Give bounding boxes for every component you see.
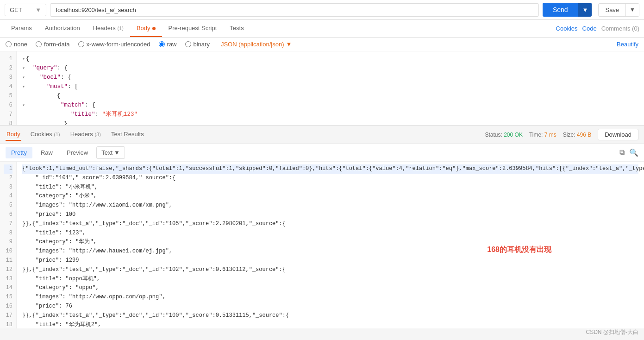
table-row: "title": "oppo耳机", (22, 275, 638, 284)
text-label: Text (101, 149, 113, 156)
method-dropdown-arrow: ▼ (35, 6, 41, 13)
method-select[interactable]: GET ▼ (5, 4, 46, 16)
resp-tab-body[interactable]: Body (6, 128, 21, 141)
size-value: 496 B (577, 132, 591, 138)
option-none[interactable]: none (6, 41, 27, 48)
tab-authorization[interactable]: Authorization (38, 20, 87, 37)
table-row: }},{"_index":"test_a","_type":"_doc","_i… (22, 311, 638, 321)
save-button-group: Save ▼ (598, 3, 639, 17)
radio-form-data[interactable] (36, 41, 42, 47)
status-info: Status: 200 OK Time: 7 ms Size: 496 B Do… (485, 129, 639, 140)
table-row: "title": "华为耳机2", (22, 321, 638, 328)
response-json-wrapper: 1 23456 7891011 1213141516 171819202122 … (0, 162, 644, 328)
resp-format-raw[interactable]: Raw (35, 147, 58, 158)
table-row: "images": "http://www.oppo.com/op.png", (22, 293, 638, 302)
method-label: GET (10, 6, 22, 13)
text-dropdown-arrow: ▼ (114, 149, 120, 156)
option-raw[interactable]: raw (159, 41, 177, 48)
resp-format-pretty[interactable]: Pretty (6, 147, 32, 158)
status-label: Status: 200 OK (485, 132, 523, 138)
tab-pre-request-script[interactable]: Pre-request Script (162, 20, 224, 37)
top-bar: GET ▼ Send ▼ Save ▼ (0, 0, 644, 20)
tab-code[interactable]: Code (582, 25, 597, 32)
resp-format-text[interactable]: Text ▼ (96, 146, 125, 159)
table-row: "price": 1299 (22, 256, 638, 265)
table-row: "price": 100 (22, 210, 638, 220)
tab-headers[interactable]: Headers (1) (87, 20, 130, 37)
request-code-editor[interactable]: 12345 67891011 ▾{ ▾ "query": { ▾ "bool":… (0, 51, 644, 126)
response-bar: Body Cookies (1) Headers (3) Test Result… (0, 126, 644, 144)
body-options: none form-data x-www-form-urlencoded raw… (0, 38, 644, 51)
tab-cookies[interactable]: Cookies (556, 25, 578, 32)
tab-comments[interactable]: Comments (0) (601, 25, 639, 32)
json-format-selector[interactable]: JSON (application/json) ▼ (221, 41, 292, 48)
table-row: "category": "oppo", (22, 283, 638, 293)
save-dropdown-button[interactable]: ▼ (625, 4, 639, 16)
size-label: Size: 496 B (563, 132, 591, 138)
send-button[interactable]: Send (543, 3, 578, 17)
request-tabs: Params Authorization Headers (1) Body Pr… (0, 20, 644, 38)
radio-none[interactable] (6, 41, 12, 47)
save-button[interactable]: Save (599, 4, 625, 16)
resp-tab-headers[interactable]: Headers (3) (69, 128, 102, 141)
time-value: 7 ms (544, 132, 556, 138)
request-tabs-right: Cookies Code Comments (0) (556, 25, 639, 32)
resp-line-numbers: 1 23456 7891011 1213141516 171819202122 (0, 162, 17, 328)
table-row: }},{"_index":"test_a","_type":"_doc","_i… (22, 265, 638, 275)
table-row: {"took":1,"timed_out":false,"_shards":{"… (22, 164, 638, 174)
option-x-www[interactable]: x-www-form-urlencoded (78, 41, 150, 48)
json-format-arrow: ▼ (286, 41, 292, 48)
url-input[interactable] (50, 3, 539, 17)
tab-tests[interactable]: Tests (223, 20, 250, 37)
resp-tab-test-results[interactable]: Test Results (110, 128, 145, 141)
download-button[interactable]: Download (598, 129, 638, 140)
response-format-tabs: Pretty Raw Preview Text ▼ ⧉ 🔍 (0, 144, 644, 162)
search-icon[interactable]: 🔍 (629, 148, 638, 157)
send-dropdown-button[interactable]: ▼ (578, 3, 592, 17)
table-row: "price": 76 (22, 302, 638, 311)
send-button-group: Send ▼ (543, 3, 592, 17)
request-code-content[interactable]: ▾{ ▾ "query": { ▾ "bool": { ▾ "must": [ … (17, 51, 644, 125)
beautify-button[interactable]: Beautify (617, 41, 638, 48)
json-format-label: JSON (application/json) (221, 41, 284, 48)
annotation-text: 168的耳机没有出现 (487, 245, 551, 255)
radio-raw[interactable] (159, 41, 165, 47)
tab-params[interactable]: Params (5, 20, 38, 37)
tab-body[interactable]: Body (130, 20, 162, 37)
resp-format-preview[interactable]: Preview (61, 147, 94, 158)
table-row: "title": "小米耳机", (22, 183, 638, 192)
table-row: "_id":"101","_score":2.6399584,"_source"… (22, 174, 638, 183)
time-label: Time: 7 ms (529, 132, 556, 138)
response-icons: ⧉ 🔍 (619, 148, 638, 157)
resp-tab-cookies[interactable]: Cookies (1) (30, 128, 61, 141)
radio-x-www[interactable] (78, 41, 84, 47)
radio-binary[interactable] (185, 41, 191, 47)
option-form-data[interactable]: form-data (36, 41, 70, 48)
table-row: "title": "123", (22, 229, 638, 238)
table-row: }},{"_index":"test_a","_type":"_doc","_i… (22, 220, 638, 229)
line-numbers: 12345 67891011 (0, 51, 17, 125)
table-row: "images": "http://www.xiaomi.com/xm.png"… (22, 201, 638, 210)
copy-icon[interactable]: ⧉ (619, 148, 625, 157)
table-row: "category": "小米", (22, 192, 638, 201)
option-binary[interactable]: binary (185, 41, 210, 48)
status-value: 200 OK (504, 132, 523, 138)
